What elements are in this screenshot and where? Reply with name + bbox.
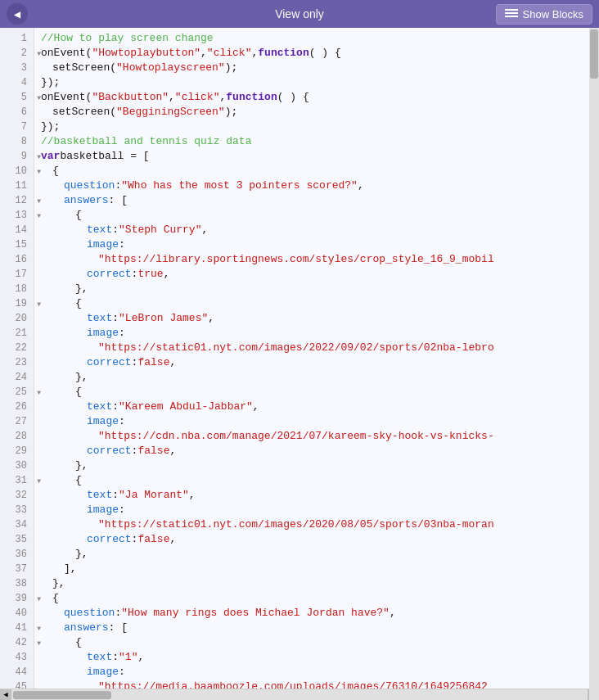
code-token: //How to play screen change xyxy=(41,31,214,46)
line-number: 26 xyxy=(0,400,34,414)
line-number: 18 xyxy=(0,282,34,296)
code-token: }, xyxy=(52,576,65,591)
code-line: image: xyxy=(34,414,599,429)
code-line: image: xyxy=(34,326,599,341)
code-token: { xyxy=(75,296,82,311)
code-token: }, xyxy=(75,547,88,562)
code-token: : xyxy=(112,311,119,326)
code-token: : xyxy=(115,178,121,193)
line-number: 17 xyxy=(0,267,34,282)
code-line: onEvent("Backbutton", "click", function(… xyxy=(34,90,599,105)
code-line: //basketball and tennis quiz data xyxy=(34,134,599,149)
code-token: image xyxy=(87,665,119,680)
code-line: setScreen("BegginingScreen"); xyxy=(34,105,599,120)
line-number: 13▼ xyxy=(0,208,34,223)
code-token: "How many rings does Michael Jordan have… xyxy=(121,606,390,621)
code-token: , xyxy=(358,178,364,193)
code-token: : xyxy=(112,223,119,237)
line-number: 2▼ xyxy=(0,46,34,61)
code-line: "https://cdn.nba.com/manage/2021/07/kare… xyxy=(34,429,599,444)
code-line: "https://media.baamboozle.com/uploads/im… xyxy=(34,680,599,689)
line-number: 15 xyxy=(0,237,34,252)
scroll-left-button[interactable]: ◀ xyxy=(0,689,11,701)
line-number: 7 xyxy=(0,120,34,134)
back-button[interactable]: ◀ xyxy=(7,3,28,25)
code-token: : [ xyxy=(109,621,128,635)
code-token: correct xyxy=(87,532,132,547)
code-token: question xyxy=(64,178,115,193)
code-line: { xyxy=(34,296,599,311)
line-number: 23 xyxy=(0,355,34,370)
line-number: 40 xyxy=(0,606,34,621)
code-line: { xyxy=(34,473,599,488)
line-number: 32 xyxy=(0,488,34,503)
code-token: : xyxy=(119,326,125,341)
code-token: "LeBron James" xyxy=(119,311,208,326)
horizontal-scrollbar[interactable]: ◀ ▶ xyxy=(0,689,599,700)
code-token: text xyxy=(87,488,112,503)
line-number: 37 xyxy=(0,562,34,576)
code-token: ); xyxy=(225,105,238,120)
line-number: 20 xyxy=(0,311,34,326)
code-line: text: "Ja Morant", xyxy=(34,488,599,503)
code-token: , xyxy=(390,606,396,621)
code-line: }); xyxy=(34,120,599,134)
horizontal-scrollbar-track[interactable] xyxy=(13,691,586,699)
code-token: correct xyxy=(87,355,132,370)
code-line: text: "1", xyxy=(34,650,599,665)
line-number: 33 xyxy=(0,503,34,517)
line-number: 41▼ xyxy=(0,621,34,635)
line-number: 10▼ xyxy=(0,164,34,178)
code-token: , xyxy=(169,355,176,370)
code-token: answers xyxy=(64,621,109,635)
code-token: "click" xyxy=(207,46,252,61)
code-token: image xyxy=(87,237,119,252)
code-token: , xyxy=(253,400,259,414)
code-token: "1" xyxy=(119,650,137,665)
header: ◀ View only Show Blocks xyxy=(0,0,599,28)
show-blocks-label: Show Blocks xyxy=(523,8,583,20)
line-number: 14 xyxy=(0,223,34,237)
vertical-scrollbar-thumb[interactable] xyxy=(590,29,598,79)
line-numbers: 12▼345▼6789▼10▼1112▼13▼141516171819▼2021… xyxy=(0,28,34,689)
code-token: image xyxy=(87,326,119,341)
code-token: : xyxy=(119,237,125,252)
code-token: question xyxy=(64,606,115,621)
code-line: question: "Who has the most 3 pointers s… xyxy=(34,178,599,193)
line-number: 29 xyxy=(0,444,34,458)
code-line: question: "How many rings does Michael J… xyxy=(34,606,599,621)
code-token: , xyxy=(169,532,176,547)
code-token: : xyxy=(112,488,119,503)
code-line: }, xyxy=(34,370,599,385)
code-line: image: xyxy=(34,237,599,252)
code-token: "https://library.sportingnews.com/styles… xyxy=(98,252,494,267)
scroll-left-icon: ◀ xyxy=(3,690,7,699)
code-token: ], xyxy=(64,562,77,576)
back-icon: ◀ xyxy=(14,7,20,21)
code-token: text xyxy=(87,400,112,414)
code-token: : xyxy=(119,503,125,517)
line-number: 28 xyxy=(0,429,34,444)
code-token: "Ja Morant" xyxy=(119,488,189,503)
code-token: }, xyxy=(75,458,88,473)
code-token: { xyxy=(75,208,82,223)
code-line: { xyxy=(34,635,599,650)
code-token: : [ xyxy=(109,193,128,208)
line-number: 38 xyxy=(0,576,34,591)
line-number: 25▼ xyxy=(0,385,34,400)
code-token: "https://cdn.nba.com/manage/2021/07/kare… xyxy=(98,429,494,444)
horizontal-scrollbar-thumb[interactable] xyxy=(13,691,111,699)
code-token: function xyxy=(258,46,309,61)
code-content[interactable]: //How to play screen changeonEvent("Howt… xyxy=(34,28,599,689)
vertical-scrollbar[interactable] xyxy=(589,28,599,689)
code-token: }); xyxy=(41,75,60,90)
code-line: }, xyxy=(34,282,599,296)
code-token: : xyxy=(132,532,138,547)
line-number: 35 xyxy=(0,532,34,547)
code-line: ], xyxy=(34,562,599,576)
line-number: 42▼ xyxy=(0,635,34,650)
code-token: { xyxy=(75,385,82,400)
code-scroll-area[interactable]: 12▼345▼6789▼10▼1112▼13▼141516171819▼2021… xyxy=(0,28,599,689)
show-blocks-button[interactable]: Show Blocks xyxy=(496,4,592,25)
code-token: { xyxy=(52,164,59,178)
